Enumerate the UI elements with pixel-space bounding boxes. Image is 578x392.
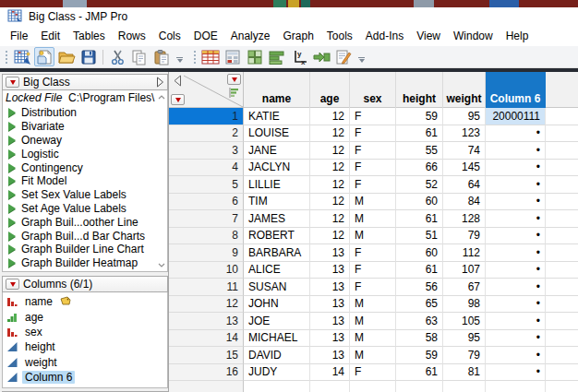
columns-menu-red-triangle-button[interactable] bbox=[227, 74, 241, 85]
run-script-icon[interactable] bbox=[8, 204, 16, 213]
row-number-cell[interactable]: 16 bbox=[169, 364, 244, 382]
column-item-column-6[interactable]: Column 6 bbox=[6, 370, 165, 385]
cell-age[interactable]: 13 bbox=[310, 313, 350, 330]
cell-name[interactable]: JANE bbox=[244, 142, 310, 160]
cell-height[interactable]: 65 bbox=[396, 296, 443, 314]
cell-sex[interactable]: F bbox=[350, 142, 396, 160]
cell-age[interactable]: 12 bbox=[310, 142, 350, 160]
cell-sex[interactable]: M bbox=[350, 296, 396, 314]
cell-sex[interactable]: M bbox=[350, 194, 396, 211]
cut-icon[interactable] bbox=[107, 47, 127, 66]
toolbar-grip[interactable] bbox=[4, 49, 8, 65]
row-number-cell[interactable]: 4 bbox=[169, 160, 244, 177]
menu-item-doe[interactable]: DOE bbox=[187, 27, 224, 45]
cell-sex[interactable]: M bbox=[350, 228, 396, 245]
row-number-cell[interactable]: 6 bbox=[169, 194, 244, 211]
cell-sex[interactable]: F bbox=[350, 262, 396, 279]
menu-item-tables[interactable]: Tables bbox=[66, 27, 112, 45]
cell-weight[interactable]: 79 bbox=[443, 347, 486, 364]
cell-name[interactable]: MICHAEL bbox=[244, 330, 310, 348]
cell-sex[interactable]: M bbox=[350, 210, 396, 228]
run-script-icon[interactable] bbox=[8, 244, 16, 254]
run-script-icon[interactable] bbox=[8, 163, 16, 172]
row-number-cell[interactable]: 5 bbox=[169, 176, 244, 194]
cell-weight[interactable]: 95 bbox=[443, 330, 486, 348]
toolbar-grip[interactable] bbox=[192, 49, 197, 65]
table-red-triangle-menu-button[interactable] bbox=[6, 77, 19, 88]
cell-col6[interactable]: • bbox=[486, 330, 546, 348]
cell-col6[interactable]: • bbox=[486, 244, 546, 262]
row-number-cell[interactable]: 1 bbox=[169, 108, 244, 125]
cell-col6[interactable]: • bbox=[486, 142, 546, 160]
open-preview-icon[interactable] bbox=[34, 47, 54, 66]
cell-name[interactable]: JUDY bbox=[244, 364, 310, 382]
cell-name[interactable]: SUSAN bbox=[244, 279, 310, 296]
column-list-icon[interactable] bbox=[227, 87, 239, 99]
cell-height[interactable]: 56 bbox=[396, 279, 443, 296]
cell-age[interactable]: 12 bbox=[310, 160, 350, 177]
cell-name[interactable]: DAVID bbox=[244, 347, 310, 364]
script-item[interactable]: Logistic bbox=[6, 147, 165, 160]
cell-age[interactable]: 13 bbox=[310, 244, 350, 262]
columns-red-triangle-menu-button[interactable] bbox=[6, 279, 19, 290]
formula-icon[interactable] bbox=[223, 47, 243, 66]
cell-height[interactable]: 61 bbox=[396, 364, 443, 382]
cell-name[interactable]: JOE bbox=[244, 313, 310, 330]
row-number-cell[interactable]: 15 bbox=[169, 347, 244, 364]
run-script-icon[interactable] bbox=[8, 122, 16, 131]
cell-weight[interactable]: 107 bbox=[443, 262, 486, 279]
cell-sex[interactable]: M bbox=[350, 330, 396, 348]
data-table-icon[interactable] bbox=[200, 47, 221, 66]
cell-col6[interactable]: • bbox=[486, 347, 546, 364]
row-number-cell[interactable]: 14 bbox=[169, 330, 244, 348]
cell-age[interactable]: 12 bbox=[310, 228, 350, 245]
cell-age[interactable]: 13 bbox=[310, 347, 350, 364]
cell-name[interactable]: ALICE bbox=[244, 262, 310, 279]
cell-height[interactable]: 66 bbox=[396, 160, 443, 177]
column-item-height[interactable]: height bbox=[6, 339, 165, 354]
row-number-cell[interactable]: 3 bbox=[169, 142, 244, 160]
panel-expand-arrow-icon[interactable] bbox=[156, 77, 164, 88]
cell-age[interactable]: 14 bbox=[310, 364, 350, 382]
cell-weight[interactable]: 112 bbox=[443, 244, 486, 262]
row-number-cell[interactable]: 8 bbox=[169, 228, 244, 245]
cell-sex[interactable]: F bbox=[350, 279, 396, 296]
cell-weight[interactable]: 105 bbox=[443, 313, 486, 330]
save-icon[interactable] bbox=[78, 47, 99, 66]
graph-builder-icon[interactable] bbox=[267, 47, 287, 66]
menu-item-window[interactable]: Window bbox=[447, 27, 500, 45]
script-item[interactable]: Graph Builder Heatmap bbox=[6, 256, 165, 270]
menu-item-help[interactable]: Help bbox=[500, 27, 536, 45]
paste-icon[interactable] bbox=[151, 47, 172, 66]
cell-height[interactable]: 55 bbox=[396, 142, 443, 160]
cell-weight[interactable]: 74 bbox=[443, 142, 486, 160]
columns-panel-header[interactable]: Columns (6/1) bbox=[2, 276, 168, 292]
cell-sex[interactable]: F bbox=[350, 176, 396, 194]
cell-sex[interactable]: F bbox=[350, 108, 396, 125]
cell-height[interactable]: 61 bbox=[396, 125, 443, 143]
script-item[interactable]: Graph Builder Line Chart bbox=[6, 243, 165, 256]
cell-col6[interactable]: • bbox=[486, 279, 546, 296]
cell-col6[interactable]: • bbox=[486, 364, 546, 382]
table-panel-header[interactable]: Big Class bbox=[2, 74, 168, 90]
cell-weight[interactable]: 145 bbox=[443, 160, 486, 177]
script-item[interactable]: Contingency bbox=[6, 160, 165, 174]
scroll-up-arrow[interactable] bbox=[156, 92, 166, 101]
cell-name[interactable]: TIM bbox=[244, 194, 310, 211]
script-item[interactable]: Oneway bbox=[6, 134, 165, 148]
cell-sex[interactable]: F bbox=[350, 160, 396, 177]
cell-sex[interactable]: F bbox=[350, 125, 396, 143]
menu-item-cols[interactable]: Cols bbox=[152, 27, 187, 45]
axes-icon[interactable]: yx bbox=[289, 47, 309, 66]
cell-age[interactable]: 13 bbox=[310, 330, 350, 348]
cell-name[interactable]: LILLIE bbox=[244, 176, 310, 194]
column-header-col6[interactable]: Column 6 bbox=[486, 72, 546, 108]
menu-item-edit[interactable]: Edit bbox=[34, 27, 66, 45]
cell-col6[interactable]: • bbox=[486, 194, 546, 211]
script-item[interactable]: Fit Model bbox=[6, 174, 165, 188]
cell-age[interactable]: 13 bbox=[310, 262, 350, 279]
cell-age[interactable]: 12 bbox=[310, 176, 350, 194]
cell-weight[interactable]: 95 bbox=[443, 108, 486, 125]
new-data-table-icon[interactable] bbox=[12, 47, 32, 66]
toolbar-overflow-button[interactable] bbox=[176, 52, 183, 63]
